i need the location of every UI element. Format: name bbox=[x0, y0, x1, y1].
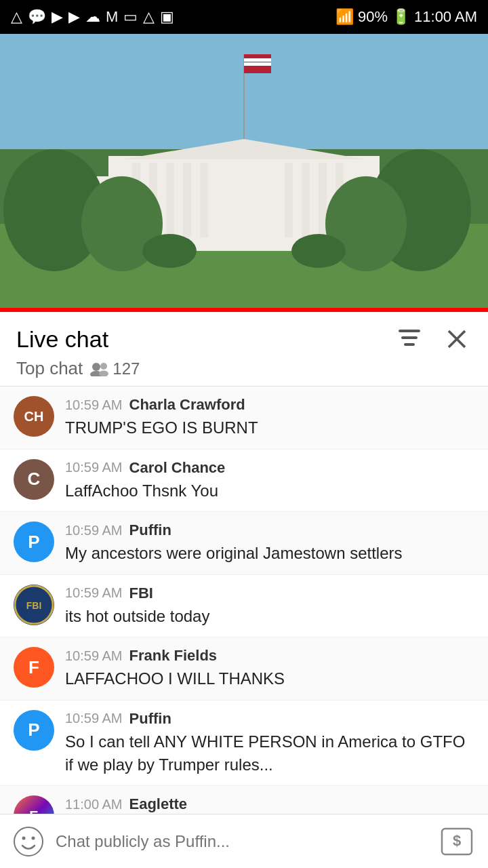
battery-text: 90% bbox=[358, 8, 388, 26]
chat-input-field[interactable] bbox=[56, 824, 427, 859]
svg-point-25 bbox=[291, 234, 346, 268]
message-text: its hot outside today bbox=[65, 605, 474, 628]
message-time: 11:00 AM bbox=[65, 797, 123, 812]
message-content: 10:59 AM Charla Crawford TRUMP'S EGO IS … bbox=[65, 396, 474, 439]
header-action-icons bbox=[393, 324, 472, 354]
svg-point-38 bbox=[22, 836, 26, 840]
svg-rect-28 bbox=[404, 343, 415, 346]
chat-message: CH 10:59 AM Charla Crawford TRUMP'S EGO … bbox=[0, 387, 488, 450]
message-content: 10:59 AM FBI its hot outside today bbox=[65, 585, 474, 628]
message-author: Frank Fields bbox=[129, 647, 218, 665]
svg-rect-8 bbox=[200, 163, 208, 237]
avatar: FBI bbox=[14, 585, 54, 625]
message-author: Charla Crawford bbox=[129, 396, 245, 414]
cloud-icon: ☁ bbox=[85, 8, 100, 26]
svg-text:$: $ bbox=[453, 832, 461, 849]
message-time: 10:59 AM bbox=[65, 585, 123, 601]
top-chat-label: Top chat bbox=[16, 358, 83, 379]
message-author: FBI bbox=[129, 585, 153, 602]
status-icons-left: △ 💬 ▶ ▶ ☁ M ▭ △ ▣ bbox=[11, 8, 174, 26]
live-chat-title: Live chat bbox=[16, 326, 108, 353]
svg-point-31 bbox=[92, 363, 100, 371]
svg-point-24 bbox=[142, 234, 197, 268]
message-text: So I can tell ANY WHITE PERSON in Americ… bbox=[65, 730, 474, 776]
message-text: LaffAchoo Thsnk You bbox=[65, 479, 474, 502]
message-author: Carol Chance bbox=[129, 459, 226, 477]
status-bar: △ 💬 ▶ ▶ ☁ M ▭ △ ▣ 📶 90% 🔋 11:00 AM bbox=[0, 0, 488, 34]
message-content: 10:59 AM Frank Fields LAFFACHOO I WILL T… bbox=[65, 647, 474, 690]
svg-rect-10 bbox=[302, 163, 310, 237]
message-time: 10:59 AM bbox=[65, 711, 123, 726]
svg-text:FBI: FBI bbox=[26, 600, 42, 611]
chat-input-bar: $ bbox=[0, 814, 488, 868]
top-chat-row: Top chat 127 bbox=[16, 358, 472, 379]
svg-rect-26 bbox=[399, 330, 420, 332]
message-author: Puffin bbox=[129, 710, 171, 728]
svg-point-33 bbox=[100, 363, 107, 370]
filter-button[interactable] bbox=[393, 324, 426, 354]
message-content: 10:59 AM Carol Chance LaffAchoo Thsnk Yo… bbox=[65, 459, 474, 502]
avatar: F bbox=[14, 647, 54, 688]
message-time: 10:59 AM bbox=[65, 523, 123, 538]
viewer-count: 127 bbox=[89, 359, 140, 378]
message-time: 10:59 AM bbox=[65, 397, 123, 413]
svg-rect-7 bbox=[183, 163, 191, 237]
media-icon: ▶ bbox=[68, 8, 80, 26]
chat-messages-area[interactable]: CH 10:59 AM Charla Crawford TRUMP'S EGO … bbox=[0, 387, 488, 827]
message-text: TRUMP'S EGO IS BURNT bbox=[65, 416, 474, 439]
message-text: LAFFACHOO I WILL THANKS bbox=[65, 667, 474, 690]
svg-rect-6 bbox=[166, 163, 174, 237]
chat-message: F 10:59 AM Frank Fields LAFFACHOO I WILL… bbox=[0, 637, 488, 701]
avatar: P bbox=[14, 710, 54, 751]
avatar: C bbox=[14, 459, 54, 500]
svg-point-37 bbox=[14, 827, 43, 856]
message-time: 10:59 AM bbox=[65, 648, 123, 664]
svg-point-39 bbox=[32, 836, 35, 840]
message-content: 10:59 AM Puffin My ancestors were origin… bbox=[65, 521, 474, 565]
message-author: Puffin bbox=[129, 521, 171, 539]
status-icons-right: 📶 90% 🔋 11:00 AM bbox=[336, 8, 477, 26]
close-button[interactable] bbox=[442, 324, 472, 354]
alert-icon: △ bbox=[11, 8, 22, 26]
youtube-icon: ▶ bbox=[52, 8, 63, 26]
send-button[interactable]: $ bbox=[436, 824, 477, 859]
svg-rect-27 bbox=[401, 336, 418, 339]
live-chat-header: Live chat Top chat bbox=[0, 312, 488, 387]
time-display: 11:00 AM bbox=[414, 8, 477, 26]
svg-rect-9 bbox=[285, 163, 293, 237]
avatar: P bbox=[14, 521, 54, 562]
wifi-icon: 📶 bbox=[336, 8, 354, 26]
svg-rect-19 bbox=[244, 62, 271, 66]
video-progress-bar[interactable] bbox=[0, 308, 488, 312]
app-icon: M bbox=[106, 8, 118, 26]
folder-icon: ▭ bbox=[123, 8, 138, 26]
warning-icon: △ bbox=[143, 8, 155, 26]
chat-message: P 10:59 AM Puffin So I can tell ANY WHIT… bbox=[0, 701, 488, 786]
image-icon: ▣ bbox=[160, 8, 174, 26]
message-text: My ancestors were original Jamestown set… bbox=[65, 542, 474, 565]
viewer-count-number: 127 bbox=[113, 359, 140, 378]
svg-rect-18 bbox=[244, 58, 271, 62]
svg-point-34 bbox=[99, 370, 108, 376]
chat-message: C 10:59 AM Carol Chance LaffAchoo Thsnk … bbox=[0, 450, 488, 513]
avatar: CH bbox=[14, 396, 54, 437]
message-icon: 💬 bbox=[28, 8, 46, 26]
emoji-button[interactable] bbox=[11, 824, 46, 859]
message-author: Eaglette bbox=[129, 795, 188, 813]
message-content: 10:59 AM Puffin So I can tell ANY WHITE … bbox=[65, 710, 474, 776]
message-time: 10:59 AM bbox=[65, 460, 123, 475]
chat-message: P 10:59 AM Puffin My ancestors were orig… bbox=[0, 512, 488, 575]
video-player[interactable] bbox=[0, 34, 488, 312]
battery-icon: 🔋 bbox=[392, 8, 410, 26]
chat-message: FBI 10:59 AM FBI its hot outside today bbox=[0, 575, 488, 638]
